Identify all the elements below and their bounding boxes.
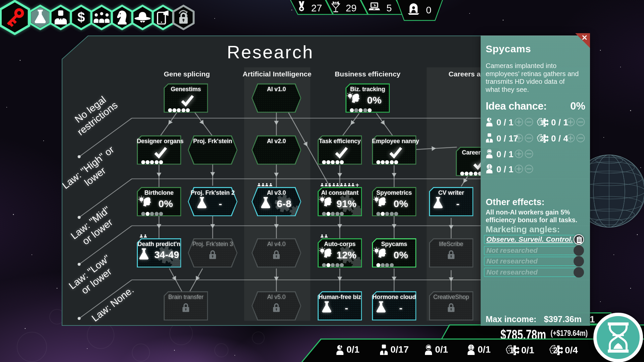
progress-dot: [340, 160, 344, 164]
progress-dot: [159, 160, 163, 164]
node-progress-dots: [322, 212, 344, 216]
progress-dot: [340, 263, 344, 267]
person-mini-icon: [336, 183, 339, 186]
check-icon: [388, 146, 403, 159]
clipboard-icon: [576, 236, 582, 244]
tech-node-genestims[interactable]: Genestims: [164, 83, 208, 113]
worker-brain-icon: [424, 345, 433, 355]
tech-node-biztracking[interactable]: Biz. tracking0%: [345, 83, 390, 113]
detail-panel: Spycams Cameras implanted into employees…: [481, 36, 590, 326]
max-income-value: $397.36m: [544, 314, 582, 324]
node-research-turns: -: [389, 302, 413, 314]
assigned-workers-deathpredict: [140, 234, 147, 238]
tech-node-ai1[interactable]: AI v1.0: [252, 83, 301, 113]
node-title: CV writer: [429, 189, 473, 196]
tech-node-lifescribe[interactable]: lifeScribe: [429, 238, 473, 267]
tech-node-designerorgans[interactable]: Designer organs: [137, 135, 181, 165]
node-title: CreativeShop: [429, 294, 473, 301]
node-progress-dots: [141, 212, 163, 216]
allocation-plus-button[interactable]: [515, 149, 523, 160]
node-title: Designer organs: [137, 138, 181, 145]
tech-node-aiconsultant[interactable]: AI consultant91%: [318, 187, 362, 216]
tech-node-spycams[interactable]: Spycams0%: [372, 238, 416, 267]
node-idea-chance: 0%: [154, 198, 177, 209]
node-idea-chance: 12%: [335, 249, 358, 261]
node-progress-dots: [376, 263, 394, 267]
progress-dot: [326, 263, 330, 267]
allocation-plus-button[interactable]: [515, 118, 523, 128]
node-title: AI v1.0: [252, 86, 301, 93]
progress-dot: [150, 212, 154, 216]
tech-node-ai2[interactable]: AI v2.0: [252, 135, 301, 165]
marketing-slot-empty-circle: [574, 245, 584, 256]
progress-dot: [340, 212, 344, 216]
marketing-slot-clipboard-button[interactable]: [574, 234, 584, 245]
progress-dot: [390, 212, 394, 216]
progress-dot: [381, 263, 385, 267]
person-mini-icon: [351, 183, 355, 186]
person-mini-icon: [140, 234, 143, 238]
flask-icon: [261, 197, 271, 210]
allocation-minus-button[interactable]: [576, 118, 585, 128]
tech-node-autocorps[interactable]: Auto-corps12%: [318, 238, 362, 267]
check-icon: [334, 146, 349, 159]
tech-node-frkstein3[interactable]: Proj. Frk'stein 3: [188, 238, 237, 267]
tech-node-cvwriter[interactable]: CV writer-: [429, 187, 473, 216]
tech-node-braintransfer[interactable]: Brain transfer: [164, 291, 208, 320]
allocation-minus-button[interactable]: [576, 134, 585, 144]
tech-node-frkstein2[interactable]: Proj. Frk'stein 2-: [188, 187, 237, 216]
progress-dot: [350, 108, 354, 112]
allocation-plus-button[interactable]: [515, 165, 523, 175]
marketing-slot-text: Not researched: [486, 257, 538, 265]
tech-node-hormonecloud[interactable]: Hormone cloud-: [372, 291, 416, 320]
marketing-slot-3[interactable]: Not researched: [484, 268, 578, 277]
tech-node-deathpredict[interactable]: Death predict'n34-49: [137, 238, 181, 267]
tech-node-ai5[interactable]: AI v5.0: [252, 291, 301, 320]
check-icon: [180, 95, 195, 107]
progress-dot: [177, 108, 181, 112]
marketing-slot-1[interactable]: Not researched: [484, 246, 578, 255]
allocation-plus-button[interactable]: [566, 118, 575, 128]
node-research-turns: -: [335, 302, 358, 314]
allocation-minus-button[interactable]: [525, 118, 533, 128]
tech-node-employeenanny[interactable]: Employee nanny: [372, 135, 416, 165]
svg-text:2: 2: [553, 346, 558, 355]
marketing-slot-empty-circle: [574, 267, 584, 278]
tech-node-ai3[interactable]: AI v3.06-8: [252, 187, 301, 216]
node-title: AI consultant: [318, 189, 362, 196]
allocation-plus-button[interactable]: [566, 134, 575, 144]
progress-dot: [474, 172, 478, 176]
tech-node-creativeshop[interactable]: CreativeShop: [429, 291, 473, 320]
allocation-minus-button[interactable]: [525, 134, 533, 144]
time-control-button[interactable]: [593, 313, 643, 362]
person-mini-icon: [320, 183, 324, 186]
marketing-slot-text: Observe. Surveil. Control.: [486, 235, 573, 243]
worker-brain-icon: [485, 148, 493, 159]
tech-node-ai4[interactable]: AI v4.0: [252, 238, 301, 267]
node-idea-chance: 0%: [389, 198, 413, 209]
tech-node-birthclone[interactable]: Birthclone0%: [137, 187, 181, 216]
statusbar-worker-count: 0/4: [565, 345, 578, 356]
progress-dot: [141, 212, 145, 216]
progress-dot: [335, 212, 339, 216]
allocation-count: 0 / 1: [496, 117, 514, 128]
tech-node-frkstein[interactable]: Proj. Frk'stein: [188, 135, 237, 165]
marketing-slot-empty-circle: [574, 256, 584, 266]
progress-dot: [155, 212, 159, 216]
allocation-minus-button[interactable]: [525, 165, 533, 175]
marketing-slot-2[interactable]: Not researched: [484, 257, 578, 266]
node-title: Spyometrics: [372, 189, 416, 196]
allocation-minus-button[interactable]: [525, 149, 533, 160]
statusbar-worker-count: 0/1: [346, 344, 360, 355]
tech-node-humanfreebiz[interactable]: Human-free biz-: [318, 291, 362, 320]
tech-node-taskefficiency[interactable]: Task efficiency: [318, 135, 362, 165]
tech-node-spyometrics[interactable]: Spyometrics0%: [372, 187, 416, 216]
node-title: Hormone cloud: [372, 294, 416, 301]
allocation-plus-button[interactable]: [515, 134, 523, 144]
idea-head-icon: [319, 196, 334, 209]
lock-icon: [181, 302, 190, 313]
statusbar-worker-0: 0/1: [335, 344, 360, 355]
marketing-slot-0[interactable]: Observe. Surveil. Control.: [484, 235, 578, 244]
node-idea-chance: 0%: [363, 95, 386, 106]
node-title: Brain transfer: [164, 294, 208, 301]
